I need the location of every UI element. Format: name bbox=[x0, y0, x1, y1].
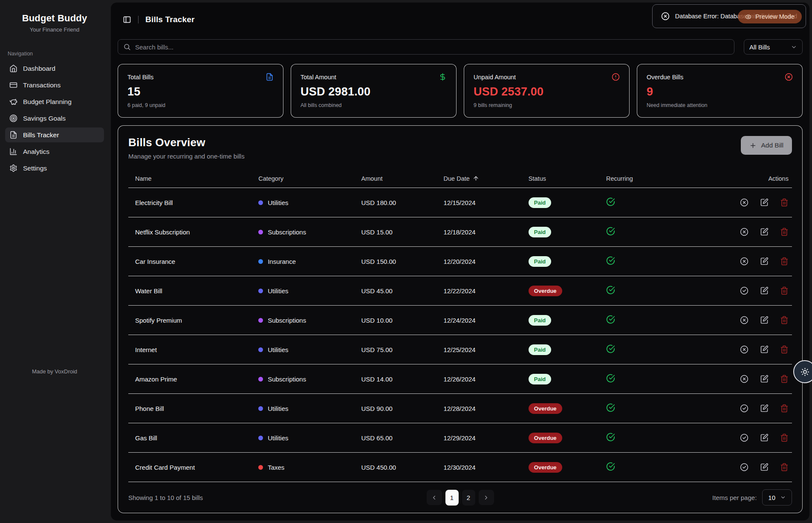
delete-bill-button[interactable] bbox=[780, 228, 789, 236]
trash-icon bbox=[780, 433, 789, 442]
sidebar-item-dashboard[interactable]: Dashboard bbox=[5, 61, 104, 76]
sidebar-toggle-button[interactable] bbox=[123, 15, 131, 24]
stat-label: Total Bills bbox=[127, 74, 153, 81]
add-bill-button[interactable]: Add Bill bbox=[741, 136, 792, 155]
column-header-due-date[interactable]: Due Date bbox=[444, 175, 529, 182]
bills-filter-select[interactable]: All Bills bbox=[744, 39, 803, 55]
search-row: All Bills bbox=[118, 39, 803, 55]
row-actions bbox=[735, 345, 792, 354]
x-circle-icon bbox=[740, 228, 748, 236]
bill-amount: USD 75.00 bbox=[361, 346, 444, 353]
edit-bill-button[interactable] bbox=[760, 404, 769, 413]
category-dot bbox=[258, 289, 263, 293]
status-badge: Overdue bbox=[529, 403, 562, 414]
sidebar-item-analytics[interactable]: Analytics bbox=[5, 144, 104, 159]
items-per-page-value: 10 bbox=[768, 494, 775, 501]
recurring-cell bbox=[606, 433, 735, 443]
delete-bill-button[interactable] bbox=[780, 257, 789, 266]
mark-paid-button[interactable] bbox=[740, 433, 748, 442]
edit-bill-button[interactable] bbox=[760, 433, 769, 442]
edit-bill-button[interactable] bbox=[760, 316, 769, 324]
table-header: NameCategoryAmountDue DateStatusRecurrin… bbox=[128, 169, 792, 188]
sidebar-item-bills-tracker[interactable]: Bills Tracker bbox=[5, 127, 104, 142]
column-header-name[interactable]: Name bbox=[128, 175, 258, 182]
mark-paid-button[interactable] bbox=[740, 286, 748, 295]
edit-bill-button[interactable] bbox=[760, 228, 769, 236]
edit-bill-button[interactable] bbox=[760, 198, 769, 207]
mark-paid-button[interactable] bbox=[740, 404, 748, 413]
row-actions bbox=[735, 316, 792, 324]
mark-unpaid-button[interactable] bbox=[740, 375, 748, 383]
bill-due-date: 12/26/2024 bbox=[444, 376, 529, 383]
stat-value: USD 2981.00 bbox=[301, 85, 447, 98]
search-icon bbox=[123, 43, 131, 51]
preview-mode-label: Preview Mode bbox=[755, 13, 795, 20]
edit-bill-button[interactable] bbox=[760, 345, 769, 354]
recurring-cell bbox=[606, 344, 735, 355]
mark-unpaid-button[interactable] bbox=[740, 198, 748, 207]
delete-bill-button[interactable] bbox=[780, 345, 789, 354]
column-header-amount[interactable]: Amount bbox=[361, 175, 444, 182]
bill-due-date: 12/15/2024 bbox=[444, 199, 529, 206]
bill-amount: USD 180.00 bbox=[361, 199, 444, 206]
category-label: Subscriptions bbox=[268, 376, 306, 383]
items-per-page-select[interactable]: 10 bbox=[762, 489, 792, 506]
edit-bill-button[interactable] bbox=[760, 463, 769, 471]
bill-name: Internet bbox=[128, 346, 258, 353]
category-dot bbox=[258, 465, 263, 470]
chevron-right-icon bbox=[483, 494, 489, 501]
sidebar-item-savings-goals[interactable]: Savings Goals bbox=[5, 111, 104, 126]
stat-label: Unpaid Amount bbox=[474, 74, 516, 81]
dollar-sign-icon bbox=[439, 73, 447, 81]
column-header-status[interactable]: Status bbox=[529, 175, 606, 182]
mark-paid-button[interactable] bbox=[740, 463, 748, 471]
bill-due-date: 12/28/2024 bbox=[444, 405, 529, 412]
delete-bill-button[interactable] bbox=[780, 198, 789, 207]
delete-bill-button[interactable] bbox=[780, 286, 789, 295]
search-box bbox=[118, 39, 734, 55]
delete-bill-button[interactable] bbox=[780, 404, 789, 413]
next-page-button[interactable] bbox=[479, 490, 494, 505]
stats-row: Total Bills 15 6 paid, 9 unpaid Total Am… bbox=[118, 64, 803, 118]
pagination-summary: Showing 1 to 10 of 15 bills bbox=[128, 494, 203, 501]
edit-bill-button[interactable] bbox=[760, 375, 769, 383]
stat-value: 15 bbox=[127, 85, 274, 98]
bill-amount: USD 150.00 bbox=[361, 258, 444, 265]
column-header-recurring[interactable]: Recurring bbox=[606, 175, 735, 182]
edit-bill-button[interactable] bbox=[760, 286, 769, 295]
check-circle-icon bbox=[740, 286, 748, 295]
delete-bill-button[interactable] bbox=[780, 375, 789, 383]
column-header-actions: Actions bbox=[735, 175, 792, 182]
bills-overview-panel: Bills Overview Manage your recurring and… bbox=[118, 125, 803, 513]
page-1-button[interactable]: 1 bbox=[445, 490, 459, 506]
app-subtitle: Your Finance Friend bbox=[0, 26, 109, 33]
table-footer: Showing 1 to 10 of 15 bills 12 Items per… bbox=[128, 482, 792, 513]
trash-icon bbox=[780, 375, 789, 383]
delete-bill-button[interactable] bbox=[780, 433, 789, 442]
bill-category: Subscriptions bbox=[258, 376, 361, 383]
edit-bill-button[interactable] bbox=[760, 257, 769, 266]
page-2-button[interactable]: 2 bbox=[462, 490, 475, 506]
delete-bill-button[interactable] bbox=[780, 463, 789, 471]
sun-icon bbox=[800, 367, 809, 376]
search-input[interactable] bbox=[135, 43, 729, 51]
recurring-cell bbox=[606, 256, 735, 266]
category-label: Utilities bbox=[268, 346, 288, 353]
delete-bill-button[interactable] bbox=[780, 316, 789, 324]
mark-unpaid-button[interactable] bbox=[740, 228, 748, 236]
mark-unpaid-button[interactable] bbox=[740, 316, 748, 324]
pagination: 12 bbox=[427, 490, 494, 506]
prev-page-button[interactable] bbox=[427, 490, 442, 505]
bills-table: Electricity Bill Utilities USD 180.00 12… bbox=[128, 188, 792, 482]
mark-unpaid-button[interactable] bbox=[740, 257, 748, 266]
bill-amount: USD 65.00 bbox=[361, 434, 444, 442]
stat-card-total-bills: Total Bills 15 6 paid, 9 unpaid bbox=[118, 64, 283, 118]
sidebar-item-transactions[interactable]: Transactions bbox=[5, 78, 104, 92]
edit-icon bbox=[760, 257, 769, 266]
column-header-category[interactable]: Category bbox=[258, 175, 361, 182]
sidebar-item-settings[interactable]: Settings bbox=[5, 161, 104, 176]
bill-amount: USD 90.00 bbox=[361, 405, 444, 412]
sidebar-item-budget-planning[interactable]: Budget Planning bbox=[5, 94, 104, 109]
edit-icon bbox=[760, 463, 769, 471]
mark-unpaid-button[interactable] bbox=[740, 345, 748, 354]
